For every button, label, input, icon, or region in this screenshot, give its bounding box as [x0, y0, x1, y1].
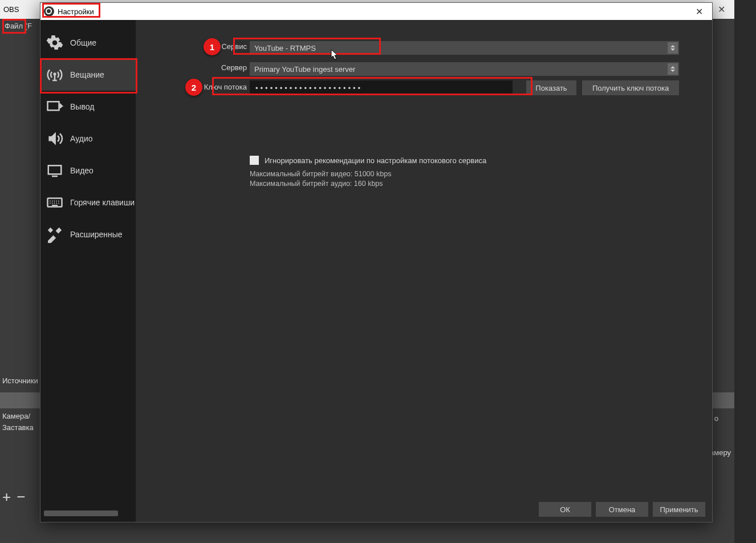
dialog-footer: ОК Отмена Применить	[136, 497, 712, 522]
gear-icon	[45, 33, 64, 52]
settings-sidebar: Общие Вещание Вывод Аудио	[40, 20, 136, 522]
sources-panel-label: Источники	[2, 376, 38, 385]
obs-icon	[44, 6, 54, 17]
sidebar-item-output[interactable]: Вывод	[40, 91, 136, 123]
sidebar-item-label: Расширенные	[70, 230, 123, 239]
service-value: YouTube - RTMPS	[254, 44, 316, 52]
sidebar-item-stream[interactable]: Вещание	[40, 59, 136, 91]
broadcast-icon	[45, 65, 64, 84]
streamkey-input[interactable]: ••••••••••••••••••••••	[250, 80, 513, 95]
video-icon	[45, 161, 64, 180]
keyboard-icon	[45, 193, 64, 212]
output-icon	[45, 97, 64, 116]
sidebar-item-hotkeys[interactable]: Горячие клавиши	[40, 187, 136, 218]
annotation-marker-1: 1	[204, 38, 221, 55]
settings-dialog: Настройки ✕ Общие Вещание Вывод	[40, 2, 713, 522]
max-bitrate-audio: Максимальный битрейт аудио: 160 kbps	[250, 179, 383, 189]
remove-source-button[interactable]: −	[17, 488, 25, 506]
source-item[interactable]: Заставка	[2, 422, 34, 433]
service-select[interactable]: YouTube - RTMPS	[250, 41, 679, 55]
bg-text-fragment: о	[714, 414, 718, 423]
chevron-updown-icon	[668, 42, 678, 54]
cancel-button[interactable]: Отмена	[596, 502, 648, 517]
streamkey-label: Ключ потока	[196, 83, 247, 91]
svg-rect-2	[48, 165, 62, 174]
tools-icon	[45, 225, 64, 244]
ignore-recommendations-label: Игнорировать рекомендации по настройкам …	[265, 156, 486, 165]
sidebar-item-video[interactable]: Видео	[40, 155, 136, 187]
sidebar-item-label: Аудио	[70, 134, 93, 143]
chevron-updown-icon	[668, 63, 678, 75]
menu-file[interactable]: Файл (F	[0, 21, 36, 31]
sources-list: Камера/ Заставка	[2, 411, 34, 433]
apply-button[interactable]: Применить	[653, 502, 705, 517]
show-key-button[interactable]: Показать	[526, 80, 576, 95]
dialog-titlebar: Настройки ✕	[40, 3, 712, 20]
settings-content: Сервис YouTube - RTMPS Сервер Primary Yo…	[136, 20, 712, 522]
sidebar-scrollbar[interactable]	[44, 509, 129, 517]
server-value: Primary YouTube ingest server	[254, 65, 355, 74]
server-select[interactable]: Primary YouTube ingest server	[250, 62, 679, 76]
sources-toolbar: + −	[2, 488, 25, 506]
ok-button[interactable]: ОК	[539, 502, 591, 517]
sidebar-item-label: Общие	[70, 38, 96, 47]
dialog-title: Настройки	[58, 7, 94, 16]
sidebar-item-label: Горячие клавиши	[70, 198, 135, 207]
streamkey-value: ••••••••••••••••••••••	[255, 84, 363, 92]
dialog-close-button[interactable]: ✕	[686, 3, 712, 20]
sidebar-item-audio[interactable]: Аудио	[40, 123, 136, 155]
server-label: Сервер	[213, 63, 247, 72]
add-source-button[interactable]: +	[2, 488, 11, 506]
sidebar-item-label: Видео	[70, 166, 94, 175]
bg-text-fragment: амеру	[710, 448, 731, 457]
max-bitrate-video: Максимальный битрейт видео: 51000 kbps	[250, 169, 391, 179]
annotation-marker-2: 2	[185, 79, 202, 96]
sidebar-item-label: Вывод	[70, 102, 94, 111]
sidebar-item-advanced[interactable]: Расширенные	[40, 218, 136, 250]
svg-rect-1	[48, 102, 59, 110]
svg-point-0	[54, 73, 56, 75]
ignore-recommendations-checkbox[interactable]	[250, 156, 259, 165]
audio-icon	[45, 129, 64, 148]
sidebar-item-general[interactable]: Общие	[40, 27, 136, 59]
obs-title: OBS	[3, 5, 19, 14]
sidebar-item-label: Вещание	[70, 70, 104, 79]
get-stream-key-button[interactable]: Получить ключ потока	[582, 80, 679, 95]
source-item[interactable]: Камера/	[2, 411, 34, 422]
